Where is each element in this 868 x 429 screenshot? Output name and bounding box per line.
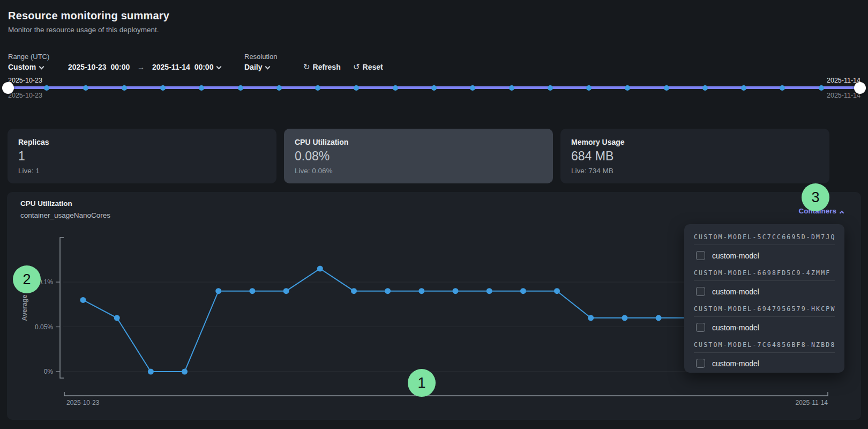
annotation-badge-3: 3 (802, 183, 829, 211)
slider-day-dot[interactable] (276, 85, 282, 91)
refresh-button[interactable]: ↻Refresh (303, 62, 341, 72)
container-group-header: CUSTOM-MODEL-6947956579-HKCPW (694, 303, 835, 317)
chart-data-point[interactable] (385, 288, 391, 294)
chart-data-point[interactable] (487, 288, 492, 294)
slider-day-dot[interactable] (238, 85, 243, 91)
range-preset-dropdown[interactable]: Custom (8, 63, 43, 71)
container-checkbox[interactable] (696, 287, 705, 296)
reset-button[interactable]: ↺Reset (353, 62, 383, 72)
chart-data-point[interactable] (622, 315, 627, 321)
container-row[interactable]: custom-model (694, 359, 835, 368)
range-start-date: 2025-10-23 (68, 63, 107, 71)
stat-live: Live: 0.06% (295, 167, 542, 175)
stat-card-cpu-utilization[interactable]: CPU Utilization 0.08% Live: 0.06% (284, 129, 553, 183)
slider-day-dot[interactable] (122, 85, 127, 91)
date-range-slider[interactable] (8, 86, 860, 89)
stat-card-replicas[interactable]: Replicas 1 Live: 1 (8, 129, 276, 183)
chart-data-point[interactable] (656, 315, 662, 321)
slider-end-label: 2025-11-14 (827, 77, 860, 84)
svg-text:0%: 0% (44, 368, 54, 375)
chevron-down-icon (39, 64, 44, 70)
refresh-icon: ↻ (303, 62, 310, 71)
slider-day-dot[interactable] (664, 85, 669, 91)
range-preset-value: Custom (8, 63, 36, 71)
chart-data-point[interactable] (80, 297, 86, 303)
container-name: custom-model (712, 252, 759, 260)
resource-monitoring-page: Resource monitoring summary Monitor the … (0, 0, 868, 429)
range-end-date: 2025-11-14 (152, 63, 190, 71)
slider-handle-start[interactable] (2, 82, 14, 94)
slider-day-dot[interactable] (160, 85, 166, 91)
stat-value: 684 MB (571, 149, 819, 164)
slider-day-dot[interactable] (470, 85, 475, 91)
chart-data-point[interactable] (215, 288, 221, 294)
container-row[interactable]: custom-model (694, 287, 835, 296)
slider-end-sublabel: 2025-11-14 (827, 92, 860, 99)
container-name: custom-model (712, 323, 759, 332)
range-start-time: 00:00 (110, 63, 130, 71)
resolution-dropdown[interactable]: Daily (244, 63, 270, 71)
slider-day-dot[interactable] (315, 85, 320, 91)
page-title: Resource monitoring summary (8, 10, 169, 22)
container-checkbox[interactable] (696, 323, 705, 332)
slider-day-dot[interactable] (586, 85, 592, 91)
svg-text:Average: Average (21, 295, 28, 321)
range-arrow-icon: → (132, 63, 150, 71)
slider-day-dot[interactable] (741, 85, 746, 91)
container-checkbox[interactable] (696, 359, 705, 368)
slider-day-dot[interactable] (44, 85, 49, 91)
svg-text:2025-11-14: 2025-11-14 (796, 399, 828, 406)
container-row[interactable]: custom-model (694, 251, 835, 260)
stat-live: Live: 734 MB (571, 167, 819, 175)
chart-data-point[interactable] (351, 288, 357, 294)
stat-card-memory-usage[interactable]: Memory Usage 684 MB Live: 734 MB (560, 129, 829, 183)
chart-data-point[interactable] (182, 369, 188, 375)
slider-day-dot[interactable] (83, 85, 88, 91)
slider-start-label: 2025-10-23 (8, 77, 42, 84)
container-group-header: CUSTOM-MODEL-7C64856BF8-NZBD8 (694, 339, 835, 353)
container-group: CUSTOM-MODEL-7C64856BF8-NZBD8custom-mode… (694, 339, 835, 368)
stat-label: Memory Usage (571, 138, 819, 146)
slider-day-dot[interactable] (625, 85, 630, 91)
chart-data-point[interactable] (520, 288, 526, 294)
chevron-down-icon (216, 64, 222, 70)
chart-data-point[interactable] (588, 315, 594, 321)
chart-data-point[interactable] (114, 315, 120, 321)
svg-text:0.05%: 0.05% (35, 323, 53, 331)
container-name: custom-model (712, 287, 759, 296)
container-group: CUSTOM-MODEL-6698FD5C9-4ZMMFcustom-model (694, 267, 835, 296)
annotation-badge-2: 2 (13, 265, 41, 293)
slider-day-dot[interactable] (819, 85, 824, 91)
slider-handle-end[interactable] (854, 82, 866, 94)
slider-day-dot[interactable] (199, 85, 204, 91)
slider-day-dot[interactable] (780, 85, 785, 91)
chart-data-point[interactable] (418, 288, 424, 294)
container-group-header: CUSTOM-MODEL-5C7CC6695D-DM7JQ (694, 231, 835, 245)
page-subtitle: Monitor the resource usage of this deplo… (8, 26, 159, 34)
date-range-picker[interactable]: 2025-10-23 00:00 → 2025-11-14 00:00 (68, 63, 221, 71)
chart-data-point[interactable] (249, 288, 255, 294)
slider-day-dot[interactable] (509, 85, 514, 91)
annotation-badge-1: 1 (408, 369, 436, 397)
slider-day-dot[interactable] (431, 85, 437, 91)
refresh-label: Refresh (313, 63, 341, 71)
stat-value: 1 (18, 149, 266, 164)
stat-value: 0.08% (295, 149, 542, 164)
container-group: CUSTOM-MODEL-6947956579-HKCPWcustom-mode… (694, 303, 835, 332)
slider-day-dot[interactable] (702, 85, 708, 91)
chart-data-point[interactable] (148, 369, 154, 375)
chart-data-point[interactable] (453, 288, 459, 294)
chart-data-point[interactable] (283, 288, 289, 294)
slider-day-dot[interactable] (354, 85, 359, 91)
resolution-label: Resolution (244, 53, 277, 61)
container-checkbox[interactable] (696, 251, 705, 260)
chart-data-point[interactable] (317, 265, 323, 271)
containers-dropdown-panel: CUSTOM-MODEL-5C7CC6695D-DM7JQcustom-mode… (684, 224, 844, 373)
container-group: CUSTOM-MODEL-5C7CC6695D-DM7JQcustom-mode… (694, 231, 835, 260)
resolution-value: Daily (244, 63, 262, 71)
slider-day-dot[interactable] (393, 85, 398, 91)
stat-label: Replicas (18, 138, 266, 146)
slider-day-dot[interactable] (548, 85, 553, 91)
chart-data-point[interactable] (554, 288, 560, 294)
container-row[interactable]: custom-model (694, 323, 835, 332)
